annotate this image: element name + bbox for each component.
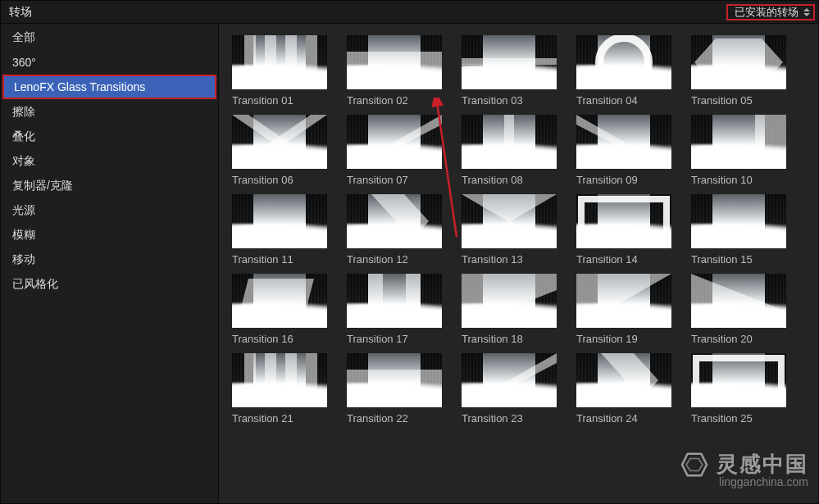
transition-thumbnail [462, 35, 557, 89]
chevron-updown-icon [803, 8, 810, 16]
sidebar-item-label: 全部 [12, 30, 35, 45]
transition-tile[interactable]: Transition 16 [232, 274, 342, 345]
sidebar-item[interactable]: 全部 [1, 25, 218, 50]
logo-icon [680, 452, 708, 477]
transition-tile[interactable]: Transition 18 [462, 274, 571, 345]
transition-tile[interactable]: Transition 20 [691, 274, 801, 345]
transitions-grid: Transition 01Transition 02Transition 03T… [232, 35, 818, 425]
transition-thumbnail [347, 353, 442, 407]
transition-label: Transition 24 [576, 412, 686, 425]
transition-label: Transition 17 [347, 333, 457, 345]
body: 全部360°LenoFX Glass Transitions擦除叠化对象复制器/… [1, 24, 818, 503]
filter-dropdown[interactable]: 已安装的转场 [726, 4, 815, 20]
transition-label: Transition 08 [462, 174, 571, 186]
transition-label: Transition 06 [232, 174, 342, 186]
transition-tile[interactable]: Transition 19 [576, 274, 686, 345]
transition-tile[interactable]: Transition 10 [691, 115, 801, 186]
svg-marker-33 [682, 453, 707, 475]
transition-thumbnail [462, 194, 557, 248]
transition-thumbnail [462, 115, 557, 169]
transition-label: Transition 10 [691, 174, 801, 186]
transition-thumbnail [232, 194, 327, 248]
transition-label: Transition 13 [462, 253, 571, 266]
transition-tile[interactable]: Transition 13 [462, 194, 571, 266]
sidebar-item[interactable]: 擦除 [1, 100, 218, 125]
sidebar-item[interactable]: 复制器/克隆 [1, 174, 218, 198]
transition-tile[interactable]: Transition 12 [347, 194, 457, 266]
transition-thumbnail [347, 35, 442, 89]
transition-tile[interactable]: Transition 05 [691, 35, 801, 107]
sidebar-item[interactable]: 模糊 [1, 223, 218, 247]
transition-label: Transition 04 [576, 94, 686, 107]
transition-thumbnail [462, 353, 557, 407]
transition-thumbnail [691, 353, 786, 407]
sidebar-item[interactable]: 移动 [1, 247, 218, 272]
transition-thumbnail [576, 115, 671, 169]
transition-tile[interactable]: Transition 08 [462, 115, 571, 186]
transition-thumbnail [576, 194, 671, 248]
transition-label: Transition 05 [691, 94, 801, 107]
transition-label: Transition 23 [462, 412, 571, 425]
transition-tile[interactable]: Transition 25 [691, 353, 801, 425]
transition-thumbnail [347, 115, 442, 169]
svg-marker-34 [686, 458, 703, 470]
filter-dropdown-label: 已安装的转场 [735, 5, 799, 20]
transition-tile[interactable]: Transition 11 [232, 194, 342, 266]
transition-tile[interactable]: Transition 15 [691, 194, 801, 266]
transition-thumbnail [462, 274, 557, 328]
transition-tile[interactable]: Transition 23 [462, 353, 571, 425]
watermark: 灵感中国 lingganchina.com [680, 450, 808, 488]
transition-tile[interactable]: Transition 17 [347, 274, 457, 345]
sidebar-item[interactable]: 光源 [1, 198, 218, 223]
transition-label: Transition 22 [347, 412, 457, 425]
transition-label: Transition 01 [232, 94, 342, 107]
sidebar-item[interactable]: 对象 [1, 149, 218, 174]
app-root: 转场 已安装的转场 全部360°LenoFX Glass Transitions… [0, 0, 819, 504]
transition-thumbnail [232, 35, 327, 89]
transition-label: Transition 09 [576, 174, 686, 186]
transition-tile[interactable]: Transition 24 [576, 353, 686, 425]
panel-title: 转场 [9, 5, 32, 20]
transition-thumbnail [691, 194, 786, 248]
transition-thumbnail [691, 274, 786, 328]
transition-tile[interactable]: Transition 21 [232, 353, 342, 425]
topbar: 转场 已安装的转场 [1, 1, 818, 24]
transition-label: Transition 15 [691, 253, 801, 266]
sidebar-item[interactable]: 叠化 [1, 125, 218, 149]
transition-label: Transition 21 [232, 412, 342, 425]
transition-tile[interactable]: Transition 06 [232, 115, 342, 186]
transition-thumbnail [347, 274, 442, 328]
sidebar-item-label: LenoFX Glass Transitions [14, 80, 145, 93]
transition-tile[interactable]: Transition 22 [347, 353, 457, 425]
sidebar-item[interactable]: 360° [1, 50, 218, 75]
transition-tile[interactable]: Transition 07 [347, 115, 457, 186]
sidebar-item[interactable]: 已风格化 [1, 272, 218, 297]
sidebar-item-label: 叠化 [12, 129, 35, 144]
transition-label: Transition 11 [232, 253, 342, 266]
transition-tile[interactable]: Transition 09 [576, 115, 686, 186]
transition-label: Transition 07 [347, 174, 457, 186]
transition-thumbnail [576, 35, 671, 89]
sidebar: 全部360°LenoFX Glass Transitions擦除叠化对象复制器/… [1, 24, 219, 503]
transition-label: Transition 25 [691, 412, 801, 425]
sidebar-item-label: 复制器/克隆 [12, 179, 73, 193]
transition-label: Transition 03 [462, 94, 571, 107]
transition-tile[interactable]: Transition 01 [232, 35, 342, 107]
transition-thumbnail [576, 353, 671, 407]
sidebar-item[interactable]: LenoFX Glass Transitions [2, 75, 216, 99]
watermark-text-en: lingganchina.com [680, 475, 808, 488]
transition-thumbnail [232, 274, 327, 328]
transition-label: Transition 18 [462, 333, 571, 345]
sidebar-item-label: 光源 [12, 203, 35, 218]
transition-label: Transition 16 [232, 333, 342, 345]
sidebar-item-label: 360° [12, 56, 36, 69]
transition-tile[interactable]: Transition 04 [576, 35, 686, 107]
sidebar-item-label: 移动 [12, 252, 35, 267]
transition-tile[interactable]: Transition 02 [347, 35, 457, 107]
transition-label: Transition 20 [691, 333, 801, 345]
watermark-text-cn: 灵感中国 [717, 450, 808, 479]
transition-thumbnail [232, 115, 327, 169]
transition-tile[interactable]: Transition 03 [462, 35, 571, 107]
transition-tile[interactable]: Transition 14 [576, 194, 686, 266]
transition-label: Transition 14 [576, 253, 686, 266]
